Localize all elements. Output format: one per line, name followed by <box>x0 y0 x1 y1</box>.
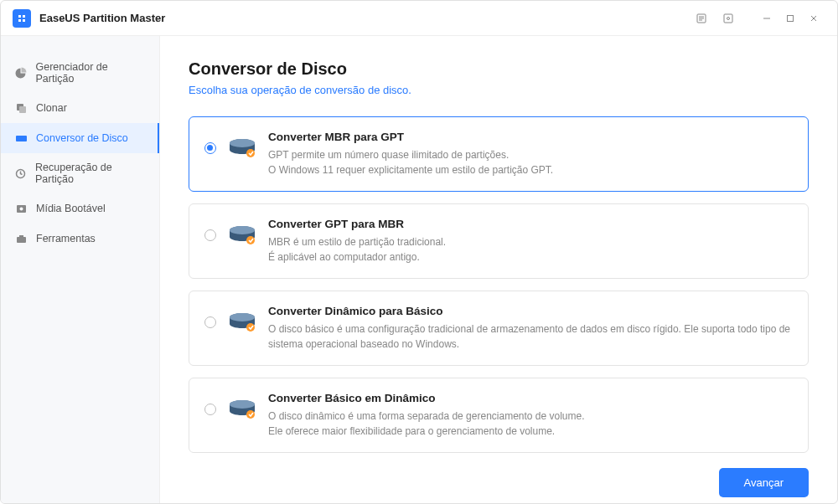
svg-rect-5 <box>19 106 26 113</box>
disk-icon <box>14 131 28 145</box>
clone-icon <box>14 101 28 115</box>
disk-graphic-icon <box>228 399 256 420</box>
sidebar-item-label: Clonar <box>36 102 67 114</box>
svg-point-21 <box>230 400 255 409</box>
recover-icon <box>14 167 27 180</box>
svg-rect-3 <box>788 15 794 21</box>
window-controls <box>755 7 825 30</box>
option-desc: GPT permite um número quase ilimitado de… <box>268 147 793 177</box>
radio-icon[interactable] <box>204 404 216 415</box>
sidebar-item-label: Gerenciador de Partição <box>36 61 146 85</box>
option-text: Converter MBR para GPT GPT permite um nú… <box>268 131 793 177</box>
svg-point-19 <box>246 323 255 332</box>
radio-icon[interactable] <box>204 142 216 154</box>
titlebar: EaseUS Partition Master <box>1 1 837 36</box>
svg-rect-10 <box>17 237 26 243</box>
svg-point-9 <box>19 207 23 210</box>
next-button[interactable]: Avançar <box>719 468 809 497</box>
close-button[interactable] <box>802 7 825 30</box>
sidebar-item-bootable-media[interactable]: Mídia Bootável <box>1 193 159 224</box>
svg-point-13 <box>246 149 255 157</box>
sidebar-item-partition-recovery[interactable]: Recuperação de Partição <box>1 153 159 193</box>
radio-icon[interactable] <box>204 229 216 241</box>
svg-rect-1 <box>724 14 732 23</box>
sidebar-item-label: Conversor de Disco <box>36 132 128 144</box>
option-text: Converter Dinâmico para Básico O disco b… <box>268 305 793 352</box>
option-title: Converter MBR para GPT <box>268 131 793 143</box>
sidebar-item-label: Mídia Bootável <box>36 203 106 214</box>
titlebar-left: EaseUS Partition Master <box>13 9 165 28</box>
tools-icon <box>14 232 28 245</box>
disk-graphic-icon <box>228 311 256 333</box>
boot-icon <box>14 202 28 215</box>
svg-point-22 <box>246 410 255 419</box>
option-title: Converter Básico em Dinâmico <box>268 392 793 404</box>
svg-point-15 <box>230 226 255 234</box>
page-title: Conversor de Disco <box>189 59 809 79</box>
page-subtitle: Escolha sua operação de conversão de dis… <box>189 84 809 96</box>
sidebar-item-label: Recuperação de Partição <box>35 162 146 185</box>
footer: Avançar <box>189 453 809 497</box>
sidebar-item-clone[interactable]: Clonar <box>1 93 159 123</box>
sidebar: Gerenciador de Partição Clonar Conversor… <box>1 36 160 503</box>
option-text: Converter GPT para MBR MBR é um estilo d… <box>268 218 793 265</box>
titlebar-right <box>691 7 825 30</box>
option-text: Converter Básico em Dinâmico O disco din… <box>268 392 793 439</box>
option-desc: O disco dinâmico é uma forma separada de… <box>268 409 793 439</box>
option-desc: O disco básico é uma configuração tradic… <box>268 321 793 352</box>
svg-point-18 <box>230 313 255 321</box>
options-list: Converter MBR para GPT GPT permite um nú… <box>189 116 809 453</box>
option-gpt-to-mbr[interactable]: Converter GPT para MBR MBR é um estilo d… <box>189 203 809 279</box>
svg-rect-6 <box>16 136 27 141</box>
main-content: Conversor de Disco Escolha sua operação … <box>160 36 837 503</box>
sidebar-item-tools[interactable]: Ferramentas <box>1 224 159 254</box>
option-dynamic-to-basic[interactable]: Converter Dinâmico para Básico O disco b… <box>189 291 809 366</box>
svg-point-16 <box>246 236 255 244</box>
app-title: EaseUS Partition Master <box>39 12 165 24</box>
sidebar-item-partition-manager[interactable]: Gerenciador de Partição <box>1 53 159 93</box>
option-title: Converter Dinâmico para Básico <box>268 305 793 317</box>
option-desc: MBR é um estilo de partição tradicional.… <box>268 234 793 265</box>
disk-graphic-icon <box>228 137 256 159</box>
radio-icon[interactable] <box>204 316 216 328</box>
option-title: Converter GPT para MBR <box>268 218 793 230</box>
tasks-icon[interactable] <box>691 8 711 28</box>
maximize-button[interactable] <box>779 7 802 30</box>
settings-icon[interactable] <box>718 8 738 28</box>
option-mbr-to-gpt[interactable]: Converter MBR para GPT GPT permite um nú… <box>189 116 809 192</box>
app-logo-icon <box>13 9 31 28</box>
sidebar-item-label: Ferramentas <box>36 233 96 244</box>
sidebar-item-disk-converter[interactable]: Conversor de Disco <box>1 123 159 153</box>
svg-point-2 <box>727 17 730 19</box>
svg-point-12 <box>230 139 255 147</box>
pie-icon <box>14 66 28 80</box>
disk-graphic-icon <box>228 224 256 246</box>
option-basic-to-dynamic[interactable]: Converter Básico em Dinâmico O disco din… <box>189 378 809 453</box>
minimize-button[interactable] <box>755 7 779 30</box>
